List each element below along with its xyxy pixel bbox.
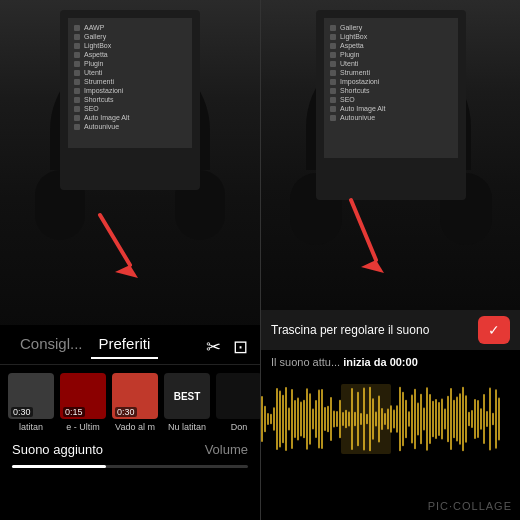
- svg-rect-74: [471, 410, 473, 428]
- menu-item-left: Strumenti: [74, 78, 186, 85]
- track-item[interactable]: 0:30latitan: [8, 373, 54, 432]
- suono-info-text: Il suono attu... inizia da 00:00: [271, 356, 418, 368]
- svg-rect-8: [273, 407, 275, 431]
- svg-rect-63: [438, 402, 440, 436]
- waveform-svg: [261, 379, 520, 459]
- svg-rect-14: [291, 389, 293, 449]
- svg-rect-62: [435, 399, 437, 439]
- scissors-icon[interactable]: ✂: [206, 336, 221, 358]
- menu-item-right: Auto Image Alt: [330, 105, 452, 112]
- svg-rect-9: [276, 388, 278, 450]
- svg-rect-67: [450, 388, 452, 450]
- svg-rect-4: [261, 396, 263, 442]
- svg-rect-18: [303, 400, 305, 439]
- svg-rect-51: [402, 392, 404, 446]
- track-item[interactable]: Don: [216, 373, 260, 432]
- menu-item-left: Autounivue: [74, 123, 186, 130]
- left-panel: AAWPGalleryLightBoxAspettaPluginUtentiSt…: [0, 0, 260, 520]
- red-arrow-left: [90, 210, 150, 280]
- menu-item-left: Plugin: [74, 60, 186, 67]
- svg-rect-58: [423, 407, 425, 430]
- svg-rect-26: [327, 406, 329, 432]
- suono-row: Suono aggiunto Volume: [0, 436, 260, 461]
- svg-rect-16: [297, 397, 299, 440]
- monitor-right: GalleryLightBoxAspettaPluginUtentiStrume…: [316, 10, 466, 200]
- volume-bar-fill: [12, 465, 106, 468]
- svg-rect-71: [462, 387, 464, 452]
- tab-consigl[interactable]: Consigl...: [12, 335, 91, 358]
- menu-item-left: Shortcuts: [74, 96, 186, 103]
- svg-rect-73: [468, 412, 470, 427]
- menu-item-right: Utenti: [330, 60, 452, 67]
- svg-line-2: [351, 200, 376, 260]
- svg-rect-55: [414, 389, 416, 449]
- svg-rect-56: [417, 402, 419, 435]
- monitor-left: AAWPGalleryLightBoxAspettaPluginUtentiSt…: [60, 10, 200, 190]
- tracks-row: 0:30latitan0:15e - Ultim0:30Vado al mBES…: [0, 365, 260, 436]
- suono-label: Suono aggiunto: [12, 442, 103, 457]
- svg-rect-64: [441, 399, 443, 440]
- notify-text: Trascina per regolare il suono: [271, 323, 429, 337]
- svg-rect-81: [492, 413, 494, 426]
- suono-info-bar: Il suono attu... inizia da 00:00: [261, 350, 520, 374]
- red-arrow-right: [341, 195, 401, 275]
- svg-rect-11: [282, 395, 284, 444]
- svg-rect-78: [483, 394, 485, 444]
- svg-rect-72: [465, 395, 467, 442]
- tabs-row: Consigl... Preferiti ✂ ⊡: [0, 325, 260, 365]
- tab-icons: ✂ ⊡: [206, 336, 248, 358]
- menu-item-right: LightBox: [330, 33, 452, 40]
- svg-rect-77: [480, 408, 482, 430]
- track-item[interactable]: 0:15e - Ultim: [60, 373, 106, 432]
- svg-rect-28: [333, 411, 335, 428]
- menu-item-right: Plugin: [330, 51, 452, 58]
- menu-item-right: Gallery: [330, 24, 452, 31]
- svg-rect-75: [474, 399, 476, 439]
- svg-rect-29: [336, 411, 338, 427]
- bottom-bar-right: Trascina per regolare il suono ✓ Il suon…: [261, 310, 520, 520]
- notify-bar: Trascina per regolare il suono ✓: [261, 310, 520, 350]
- volume-bar-row[interactable]: [0, 461, 260, 472]
- svg-rect-6: [267, 413, 269, 425]
- check-button[interactable]: ✓: [478, 316, 510, 344]
- bottom-bar-left: Consigl... Preferiti ✂ ⊡ 0:30latitan0:15…: [0, 325, 260, 520]
- svg-rect-80: [489, 387, 491, 450]
- menu-item-right: Autounivue: [330, 114, 452, 121]
- waveform-container[interactable]: [261, 374, 520, 464]
- track-item[interactable]: 0:30Vado al m: [112, 373, 158, 432]
- svg-rect-69: [456, 397, 458, 442]
- svg-line-0: [100, 215, 130, 265]
- svg-rect-61: [432, 401, 434, 437]
- svg-rect-30: [339, 400, 341, 439]
- svg-rect-48: [393, 410, 395, 429]
- check-icon: ✓: [488, 322, 500, 338]
- svg-rect-65: [444, 409, 446, 430]
- svg-rect-21: [312, 409, 314, 430]
- svg-rect-24: [321, 389, 323, 449]
- menu-item-right: Aspetta: [330, 42, 452, 49]
- svg-rect-53: [408, 411, 410, 426]
- left-bg: AAWPGalleryLightBoxAspettaPluginUtentiSt…: [0, 0, 260, 330]
- menu-item-right: SEO: [330, 96, 452, 103]
- tab-preferiti[interactable]: Preferiti: [91, 335, 159, 358]
- svg-rect-57: [420, 394, 422, 445]
- svg-rect-15: [294, 400, 296, 438]
- svg-rect-22: [315, 400, 317, 438]
- pic-collage-watermark: PIC·COLLAGE: [428, 500, 512, 512]
- track-item[interactable]: BESTNu latitan: [164, 373, 210, 432]
- menu-item-right: Impostazioni: [330, 78, 452, 85]
- volume-bar-bg[interactable]: [12, 465, 248, 468]
- svg-rect-68: [453, 400, 455, 438]
- svg-rect-52: [405, 400, 407, 439]
- bookmark-icon[interactable]: ⊡: [233, 336, 248, 358]
- svg-rect-60: [429, 394, 431, 444]
- menu-item-left: Auto Image Alt: [74, 114, 186, 121]
- svg-rect-70: [459, 393, 461, 445]
- svg-rect-50: [399, 387, 401, 451]
- svg-rect-17: [300, 401, 302, 436]
- menu-item-left: Aspetta: [74, 51, 186, 58]
- svg-rect-5: [264, 406, 266, 432]
- svg-rect-25: [324, 407, 326, 431]
- svg-rect-27: [330, 397, 332, 441]
- volume-label: Volume: [205, 442, 248, 457]
